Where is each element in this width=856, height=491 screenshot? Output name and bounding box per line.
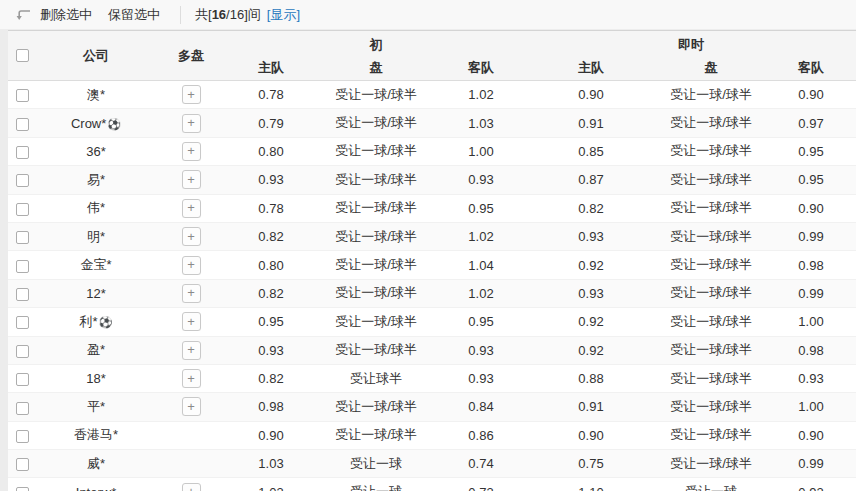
- company-name: 利*⚽: [36, 313, 156, 331]
- row-checkbox-cell: [8, 144, 36, 159]
- multi-odds-cell: +: [156, 114, 226, 133]
- table-row: 18*+0.82受让球半0.930.88受让一球/球半0.93: [8, 365, 856, 393]
- row-checkbox[interactable]: [16, 203, 29, 216]
- row-checkbox[interactable]: [16, 458, 29, 471]
- table-row: 36*+0.80受让一球/球半1.000.85受让一球/球半0.95: [8, 138, 856, 166]
- row-checkbox[interactable]: [16, 260, 29, 273]
- multi-odds-cell: +: [156, 397, 226, 416]
- row-checkbox-cell: [8, 399, 36, 414]
- expand-multi-odds-button[interactable]: +: [182, 114, 201, 133]
- init-handicap: 受让一球/球半: [316, 313, 436, 331]
- live-home-odds: 0.93: [526, 229, 656, 244]
- live-handicap: 受让一球/球半: [656, 370, 766, 388]
- table-row: Crow*⚽+0.79受让一球/球半1.030.91受让一球/球半0.97: [8, 109, 856, 137]
- init-away-odds: 0.93: [436, 172, 526, 187]
- row-checkbox[interactable]: [16, 373, 29, 386]
- live-handicap: 受让一球/球半: [656, 256, 766, 274]
- init-home-odds: 0.82: [226, 286, 316, 301]
- init-away-odds: 1.02: [436, 87, 526, 102]
- row-checkbox[interactable]: [16, 231, 29, 244]
- init-home-odds: 0.79: [226, 116, 316, 131]
- row-checkbox[interactable]: [16, 89, 29, 102]
- row-checkbox[interactable]: [16, 345, 29, 358]
- delete-selected-button[interactable]: 删除选中: [40, 6, 92, 24]
- expand-multi-odds-button[interactable]: +: [182, 170, 201, 189]
- expand-multi-odds-button[interactable]: +: [182, 227, 201, 246]
- multi-odds-cell: +: [156, 256, 226, 275]
- expand-multi-odds-button[interactable]: +: [182, 369, 201, 388]
- show-link[interactable]: [显示]: [267, 6, 300, 24]
- table-row: 12*+0.82受让一球/球半1.020.93受让一球/球半0.99: [8, 280, 856, 308]
- row-checkbox[interactable]: [16, 430, 29, 443]
- multi-odds-cell: +: [156, 312, 226, 331]
- expand-multi-odds-button[interactable]: +: [182, 142, 201, 161]
- company-name: 盈*: [36, 341, 156, 359]
- live-handicap: 受让一球/球半: [656, 114, 766, 132]
- row-checkbox[interactable]: [16, 118, 29, 131]
- init-handicap: 受让一球/球半: [316, 171, 436, 189]
- table-row: 利*⚽+0.95受让一球/球半0.950.92受让一球/球半1.00: [8, 308, 856, 336]
- live-away-odds: 0.92: [766, 485, 856, 491]
- row-checkbox[interactable]: [16, 487, 29, 491]
- expand-multi-odds-button[interactable]: +: [182, 397, 201, 416]
- init-home-odds: 0.78: [226, 201, 316, 216]
- init-home-odds: 0.93: [226, 172, 316, 187]
- live-home-odds: 0.88: [526, 371, 656, 386]
- table-header: 公司 多盘 初 主队 盘 客队 即时 主队 盘 客队: [8, 31, 856, 81]
- live-away-odds: 0.98: [766, 258, 856, 273]
- table-row: 盈*+0.93受让一球/球半0.930.92受让一球/球半0.98: [8, 337, 856, 365]
- live-home-odds: 0.93: [526, 286, 656, 301]
- row-checkbox[interactable]: [16, 316, 29, 329]
- live-handicap: 受让一球/球半: [656, 284, 766, 302]
- live-handicap: 受让一球/球半: [656, 86, 766, 104]
- live-handicap: 受让一球/球半: [656, 171, 766, 189]
- row-checkbox[interactable]: [16, 174, 29, 187]
- expand-multi-odds-button[interactable]: +: [182, 312, 201, 331]
- row-checkbox[interactable]: [16, 146, 29, 159]
- expand-multi-odds-button[interactable]: +: [182, 199, 201, 218]
- init-handicap: 受让一球: [316, 455, 436, 473]
- company-name: 平*: [36, 398, 156, 416]
- company-name: 12*: [36, 286, 156, 301]
- live-away-odds: 0.97: [766, 116, 856, 131]
- row-checkbox[interactable]: [16, 402, 29, 415]
- live-handicap: 受让一球/球半: [656, 426, 766, 444]
- keep-selected-button[interactable]: 保留选中: [108, 6, 160, 24]
- live-away-odds: 0.95: [766, 172, 856, 187]
- init-away-odds: 0.86: [436, 428, 526, 443]
- select-all-checkbox[interactable]: [16, 49, 29, 62]
- table-body: 澳*+0.78受让一球/球半1.020.90受让一球/球半0.90Crow*⚽+…: [8, 81, 856, 491]
- init-handicap: 受让一球/球半: [316, 86, 436, 104]
- company-name: 威*: [36, 455, 156, 473]
- return-arrow-icon: [14, 7, 32, 23]
- expand-multi-odds-button[interactable]: +: [182, 256, 201, 275]
- expand-multi-odds-button[interactable]: +: [182, 284, 201, 303]
- header-live-label: 即时: [526, 31, 856, 55]
- expand-multi-odds-button[interactable]: +: [182, 341, 201, 360]
- toolbar-divider: [180, 6, 181, 24]
- live-home-odds: 0.91: [526, 116, 656, 131]
- live-home-odds: 0.75: [526, 456, 656, 471]
- init-home-odds: 0.93: [226, 343, 316, 358]
- row-checkbox-cell: [8, 87, 36, 102]
- live-away-odds: 0.93: [766, 371, 856, 386]
- init-away-odds: 1.02: [436, 286, 526, 301]
- table-row: 威*1.03受让一球0.740.75受让一球/球半0.99: [8, 450, 856, 478]
- init-home-odds: 1.03: [226, 485, 316, 491]
- table-row: 明*+0.82受让一球/球半1.020.93受让一球/球半0.99: [8, 223, 856, 251]
- live-handicap: 受让一球/球半: [656, 341, 766, 359]
- live-away-odds: 1.00: [766, 399, 856, 414]
- expand-multi-odds-button[interactable]: +: [182, 483, 201, 491]
- live-away-odds: 0.99: [766, 456, 856, 471]
- live-handicap: 受让一球/球半: [656, 313, 766, 331]
- header-multi: 多盘: [156, 31, 226, 80]
- live-home-odds: 0.92: [526, 314, 656, 329]
- init-home-odds: 0.90: [226, 428, 316, 443]
- live-away-odds: 0.90: [766, 428, 856, 443]
- row-checkbox[interactable]: [16, 288, 29, 301]
- expand-multi-odds-button[interactable]: +: [182, 85, 201, 104]
- row-checkbox-cell: [8, 201, 36, 216]
- init-away-odds: 0.95: [436, 201, 526, 216]
- init-away-odds: 0.84: [436, 399, 526, 414]
- live-home-odds: 1.10: [526, 485, 656, 491]
